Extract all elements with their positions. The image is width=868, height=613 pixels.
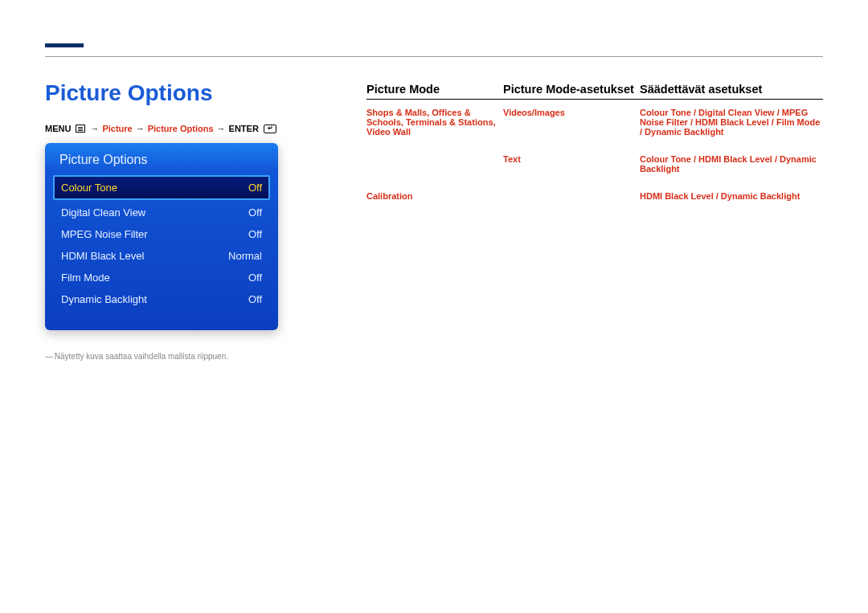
footnote-text: Näytetty kuva saattaa vaihdella mallista… [55, 352, 228, 361]
header-rule [45, 56, 823, 57]
osd-row-film-mode[interactable]: Film Mode Off [53, 267, 270, 288]
footnote: ― Näytetty kuva saattaa vaihdella mallis… [45, 352, 228, 361]
breadcrumb-seg-picture: Picture [102, 124, 132, 133]
page-title: Picture Options [45, 80, 212, 106]
breadcrumb-arrow: → [217, 124, 226, 133]
osd-label: Colour Tone [61, 182, 117, 194]
breadcrumb-menu: MENU [45, 124, 71, 133]
settings-table: Picture Mode Picture Mode-asetukset Sääd… [366, 83, 823, 210]
osd-row-dynamic-backlight[interactable]: Dynamic Backlight Off [53, 288, 270, 310]
table-header-picture-mode: Picture Mode [366, 83, 503, 96]
osd-row-hdmi-black-level[interactable]: HDMI Black Level Normal [53, 245, 270, 267]
table-header-saadetettavat: Säädettävät asetukset [640, 83, 823, 96]
table-row: Calibration HDMI Black Level / Dynamic B… [366, 183, 823, 210]
osd-value: Off [248, 182, 262, 194]
osd-value: Normal [228, 250, 262, 262]
osd-label: Dynamic Backlight [61, 293, 147, 305]
breadcrumb-enter: ENTER [229, 124, 259, 133]
table-header-row: Picture Mode Picture Mode-asetukset Sääd… [366, 83, 823, 100]
osd-row-digital-clean-view[interactable]: Digital Clean View Off [53, 202, 270, 223]
cell-picture-mode-asetukset: Text [503, 154, 640, 174]
header-accent [45, 43, 84, 47]
osd-row-colour-tone[interactable]: Colour Tone Off [53, 175, 270, 200]
table-header-picture-mode-asetukset: Picture Mode-asetukset [503, 83, 640, 96]
cell-saadetettavat: Colour Tone / HDMI Black Level / Dynamic… [640, 154, 823, 174]
cell-picture-mode [366, 154, 503, 174]
osd-label: Film Mode [61, 272, 110, 284]
enter-icon [264, 125, 276, 133]
footnote-dash: ― [45, 352, 52, 361]
osd-value: Off [248, 272, 262, 284]
table-row: Text Colour Tone / HDMI Black Level / Dy… [366, 146, 823, 183]
breadcrumb-seg-picture-options: Picture Options [148, 124, 214, 133]
cell-picture-mode-asetukset [503, 191, 640, 201]
cell-picture-mode-asetukset: Videos/Images [503, 108, 640, 137]
breadcrumb-arrow: → [90, 124, 99, 133]
osd-label: MPEG Noise Filter [61, 228, 148, 240]
breadcrumb: MENU → Picture → Picture Options → ENTER [45, 124, 278, 133]
cell-saadetettavat: HDMI Black Level / Dynamic Backlight [640, 191, 823, 201]
osd-label: HDMI Black Level [61, 250, 144, 262]
table-row: Shops & Malls, Offices & Schools, Termin… [366, 100, 823, 146]
cell-picture-mode: Calibration [366, 191, 503, 201]
menu-icon [76, 125, 85, 133]
osd-label: Digital Clean View [61, 206, 145, 219]
osd-value: Off [248, 293, 262, 305]
osd-row-mpeg-noise-filter[interactable]: MPEG Noise Filter Off [53, 223, 270, 245]
osd-panel: Picture Options Colour Tone Off Digital … [45, 143, 278, 330]
osd-value: Off [248, 206, 262, 219]
osd-title: Picture Options [53, 149, 270, 174]
breadcrumb-arrow: → [136, 124, 145, 133]
cell-saadetettavat: Colour Tone / Digital Clean View / MPEG … [640, 108, 823, 137]
cell-picture-mode: Shops & Malls, Offices & Schools, Termin… [366, 108, 503, 137]
osd-value: Off [248, 228, 262, 240]
